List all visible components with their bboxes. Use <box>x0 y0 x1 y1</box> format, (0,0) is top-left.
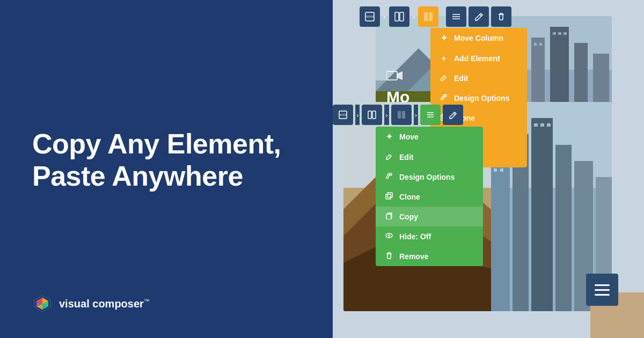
svg-rect-82 <box>387 193 392 197</box>
hamburger-line <box>595 289 610 291</box>
edit-item-front[interactable]: Edit <box>376 147 483 167</box>
arrow-separator2: › <box>384 105 389 125</box>
svg-rect-32 <box>564 32 567 35</box>
svg-rect-83 <box>386 214 391 219</box>
svg-rect-57 <box>531 118 553 311</box>
col-btn-back[interactable] <box>389 6 409 27</box>
svg-rect-36 <box>400 12 404 21</box>
svg-rect-30 <box>553 32 556 35</box>
svg-rect-16 <box>386 71 397 80</box>
pencil-icon-front <box>449 111 457 119</box>
breadcrumb-arrow: › <box>382 12 387 21</box>
align-btn-back[interactable] <box>446 6 466 27</box>
copy-item-front[interactable]: Copy <box>376 207 483 226</box>
move-item-front[interactable]: ✦ Move <box>376 127 483 147</box>
svg-point-80 <box>390 173 392 175</box>
col-btn-front[interactable] <box>362 105 382 125</box>
svg-rect-68 <box>534 123 538 127</box>
arrow-separator: › <box>355 105 360 125</box>
svg-rect-37 <box>424 12 428 21</box>
svg-rect-31 <box>558 32 561 35</box>
col-icon <box>394 12 404 21</box>
copy-icon-front <box>384 212 394 221</box>
toolbar-back: › › <box>360 6 511 27</box>
edit-item-back[interactable]: Edit <box>430 68 527 88</box>
col-active-btn-back[interactable] <box>418 6 438 27</box>
svg-rect-81 <box>386 194 391 199</box>
col2-btn-front[interactable] <box>391 105 412 125</box>
edit-btn-back[interactable] <box>469 6 489 27</box>
edit-icon-back <box>439 74 449 83</box>
row-btn-back[interactable] <box>360 6 380 27</box>
brand-footer: visual composer™ <box>32 293 301 314</box>
trash-icon <box>496 12 506 21</box>
headline: Copy Any Element, Paste Anywhere <box>32 128 301 193</box>
move-icon: ✦ <box>439 33 449 43</box>
svg-point-85 <box>388 234 390 237</box>
svg-rect-69 <box>540 123 544 127</box>
video-icon <box>386 69 402 82</box>
svg-rect-58 <box>555 145 572 311</box>
svg-rect-55 <box>491 156 510 311</box>
clone-icon-front <box>384 192 394 201</box>
edit-icon-front <box>384 152 394 161</box>
svg-rect-64 <box>500 168 503 172</box>
svg-rect-63 <box>494 168 497 172</box>
arrow-separator3: › <box>414 105 418 125</box>
remove-item-front[interactable]: Remove <box>376 246 483 266</box>
brand-logo-icon <box>32 293 53 314</box>
align-icon-front <box>426 111 435 119</box>
row-icon-front <box>339 111 347 119</box>
hamburger-line <box>595 284 610 286</box>
align-icon <box>451 12 461 21</box>
svg-rect-34 <box>365 16 374 18</box>
plus-icon: + <box>439 54 449 63</box>
move-column-item[interactable]: ✦ Move Column <box>430 28 527 48</box>
svg-rect-76 <box>402 111 405 119</box>
col2-icon-front <box>397 111 406 119</box>
right-panel: Mo Act <box>333 0 644 338</box>
pencil-icon <box>474 12 484 21</box>
svg-rect-74 <box>372 111 376 119</box>
row-icon <box>365 12 375 21</box>
trash-icon-front <box>384 252 394 261</box>
eye-icon-front <box>384 232 394 241</box>
hide-item-front[interactable]: Hide: Off <box>376 226 483 246</box>
edit-btn-front[interactable] <box>443 105 463 125</box>
design-options-item-front[interactable]: Design Options <box>376 167 483 187</box>
svg-rect-72 <box>339 114 347 116</box>
main-headline: Copy Any Element, Paste Anywhere <box>32 128 301 193</box>
svg-rect-38 <box>429 12 433 21</box>
row-btn-front[interactable] <box>333 105 353 125</box>
move-icon-front: ✦ <box>384 132 394 142</box>
svg-rect-35 <box>395 12 399 21</box>
design-icon-back <box>439 93 449 102</box>
svg-rect-73 <box>368 111 371 119</box>
col-icon-front <box>368 111 376 119</box>
svg-rect-28 <box>534 43 537 46</box>
svg-point-42 <box>444 94 447 97</box>
toolbar-front: › › › <box>333 105 463 125</box>
delete-btn-back[interactable] <box>491 6 511 27</box>
svg-rect-70 <box>547 123 551 127</box>
svg-marker-17 <box>397 71 402 80</box>
hamburger-button[interactable] <box>586 274 618 306</box>
svg-rect-75 <box>398 111 401 119</box>
col-active-icon <box>423 12 433 21</box>
left-panel: Copy Any Element, Paste Anywhere visual … <box>0 0 333 338</box>
add-element-item[interactable]: + Add Element <box>430 48 527 68</box>
svg-rect-29 <box>539 43 542 46</box>
align-btn-front[interactable] <box>420 105 441 125</box>
breadcrumb-arrow2: › <box>412 12 416 21</box>
clone-item-front[interactable]: Clone <box>376 187 483 207</box>
hamburger-line <box>595 294 610 296</box>
dropdown-front: ✦ Move Edit Design Options Clone Copy <box>376 127 483 266</box>
design-icon-front <box>384 172 394 181</box>
brand-name: visual composer™ <box>59 298 150 310</box>
